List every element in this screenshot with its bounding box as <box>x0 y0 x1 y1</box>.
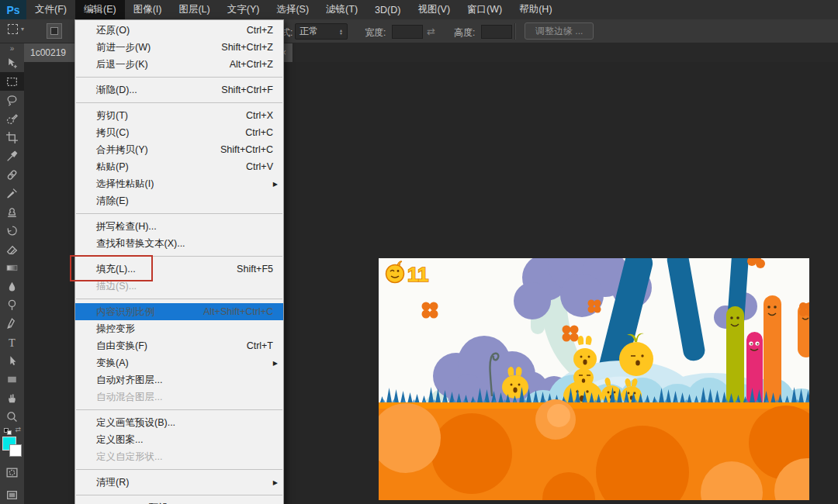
height-label: 高度: <box>454 26 475 40</box>
path-selection-tool-icon <box>5 354 19 368</box>
menu-item-fade[interactable]: 渐隐(D)... Shift+Ctrl+F <box>75 81 283 98</box>
quick-mask-button[interactable] <box>0 464 24 482</box>
swap-colors-icon[interactable]: ⇄ <box>15 426 21 433</box>
selection-mode-select[interactable]: 正常 <box>295 23 348 40</box>
quick-mask-icon <box>5 466 19 479</box>
menu-item-menu-filter[interactable]: 滤镜(T) <box>317 0 366 19</box>
quick-selection-tool[interactable] <box>0 109 24 128</box>
menu-item-transform[interactable]: 变换(A) ▶ <box>75 354 283 371</box>
height-input[interactable] <box>481 25 512 39</box>
menu-item-menu-image[interactable]: 图像(I) <box>125 0 171 19</box>
menu-item-paste-special[interactable]: 选择性粘贴(I) ▶ <box>75 175 283 192</box>
eyedropper-tool-icon <box>5 150 19 163</box>
refine-edge-button[interactable]: 调整边缘 ... <box>525 22 594 40</box>
menu-separator <box>76 469 282 470</box>
menu-item-auto-align-layers[interactable]: 自动对齐图层... <box>75 371 283 388</box>
menu-item-define-brush-preset[interactable]: 定义画笔预设(B)... <box>75 414 283 431</box>
history-brush-tool[interactable] <box>0 221 24 240</box>
menu-item-menu-type[interactable]: 文字(Y) <box>219 0 268 19</box>
menu-separator <box>76 495 282 495</box>
menu-item-paste[interactable]: 粘贴(P) Ctrl+V <box>75 158 283 175</box>
selection-mode-value: 正常 <box>300 25 318 38</box>
collapse-panel-icon[interactable]: » <box>10 43 15 54</box>
menubar-items: 文件(F)编辑(E)图像(I)图层(L)文字(Y)选择(S)滤镜(T)3D(D)… <box>26 0 561 19</box>
eyedropper-tool[interactable] <box>0 147 24 165</box>
history-brush-tool-icon <box>5 224 19 237</box>
menu-item-menu-help[interactable]: 帮助(H) <box>511 0 560 19</box>
default-colors-control[interactable]: ⇄ <box>0 426 24 436</box>
menu-item-cut[interactable]: 剪切(T) Ctrl+X <box>75 107 283 124</box>
color-swatches <box>2 437 23 459</box>
menu-item-free-transform[interactable]: 自由变换(F) Ctrl+T <box>75 337 283 354</box>
dodge-tool-icon <box>5 299 19 312</box>
menu-item-menu-3d[interactable]: 3D(D) <box>366 0 409 19</box>
brush-tool-icon <box>5 187 19 200</box>
menu-item-menu-view[interactable]: 视图(V) <box>409 0 459 19</box>
menu-item-copy[interactable]: 拷贝(C) Ctrl+C <box>75 124 283 141</box>
shape-tool[interactable] <box>0 370 24 388</box>
menu-item-check-spelling[interactable]: 拼写检查(H)... <box>75 218 283 235</box>
photoshop-window: Ps 文件(F)编辑(E)图像(I)图层(L)文字(Y)选择(S)滤镜(T)3D… <box>0 0 838 504</box>
fill-highlight-annotation <box>70 255 153 281</box>
menu-separator <box>76 77 282 78</box>
menu-item-menu-edit[interactable]: 编辑(E) <box>75 0 125 19</box>
menu-item-clear[interactable]: 清除(E) <box>75 192 283 209</box>
brush-tool[interactable] <box>0 184 24 202</box>
menu-item-auto-blend-layers[interactable]: 自动混合图层... <box>75 388 283 406</box>
menu-item-undo[interactable]: 还原(O) Ctrl+Z <box>75 22 283 39</box>
menu-item-menu-file[interactable]: 文件(F) <box>26 0 75 19</box>
hand-tool-icon <box>5 392 19 405</box>
new-selection-button[interactable] <box>47 23 62 39</box>
menu-item-menu-window[interactable]: 窗口(W) <box>459 0 511 19</box>
gradient-tool[interactable] <box>0 258 24 277</box>
menu-item-step-backward[interactable]: 后退一步(K) Alt+Ctrl+Z <box>75 56 283 73</box>
dodge-tool[interactable] <box>0 295 24 314</box>
swap-dimensions-icon[interactable]: ⇄ <box>427 26 435 37</box>
lasso-tool-icon <box>5 94 19 107</box>
spot-healing-brush-tool[interactable] <box>0 165 24 184</box>
pen-tool[interactable] <box>0 314 24 333</box>
tool-list: T <box>0 54 24 426</box>
blur-tool[interactable] <box>0 277 24 295</box>
move-tool[interactable] <box>0 54 24 72</box>
zoom-tool[interactable] <box>0 407 24 426</box>
path-selection-tool[interactable] <box>0 351 24 370</box>
menu-item-menu-select[interactable]: 选择(S) <box>268 0 317 19</box>
menu-item-puppet-warp[interactable]: 操控变形 <box>75 320 283 337</box>
menu-item-adobe-pdf-presets[interactable]: Adobe PDF 预设... <box>75 499 283 504</box>
screen-mode-button[interactable] <box>0 486 24 504</box>
width-input[interactable] <box>392 25 423 39</box>
rectangular-marquee-tool[interactable] <box>0 72 24 91</box>
eraser-tool-icon <box>5 243 19 256</box>
svg-text:T: T <box>9 337 16 349</box>
menu-item-step-forward[interactable]: 前进一步(W) Shift+Ctrl+Z <box>75 39 283 56</box>
orange-ground <box>379 399 809 500</box>
menu-item-content-aware-scale[interactable]: 内容识别比例 Alt+Shift+Ctrl+C <box>75 303 283 320</box>
document-canvas[interactable]: 11 <box>379 258 809 500</box>
clone-stamp-tool-icon <box>5 205 19 219</box>
screen-mode-icon <box>5 488 19 502</box>
locoroco-artwork: 11 <box>379 258 809 500</box>
menu-item-define-custom-shape[interactable]: 定义自定形状... <box>75 448 283 465</box>
menu-item-purge[interactable]: 清理(R) ▶ <box>75 474 283 491</box>
eraser-tool[interactable] <box>0 240 24 258</box>
type-tool[interactable]: T <box>0 333 24 351</box>
menu-item-menu-layer[interactable]: 图层(L) <box>170 0 218 19</box>
pen-tool-icon <box>5 317 19 330</box>
blur-tool-icon <box>5 280 19 293</box>
gradient-tool-icon <box>5 261 19 274</box>
clone-stamp-tool[interactable] <box>0 202 24 221</box>
options-separator <box>514 23 516 40</box>
menu-item-find-replace-text[interactable]: 查找和替换文本(X)... <box>75 235 283 252</box>
crop-tool[interactable] <box>0 128 24 147</box>
hand-tool[interactable] <box>0 388 24 407</box>
menu-item-copy-merged[interactable]: 合并拷贝(Y) Shift+Ctrl+C <box>75 141 283 158</box>
width-label: 宽度: <box>365 26 386 40</box>
document-tab-title: 1c00219 <box>30 47 66 58</box>
background-color-swatch[interactable] <box>9 444 22 457</box>
menu-separator <box>76 213 282 214</box>
tool-preset-picker[interactable]: ▾ <box>8 24 24 34</box>
menu-item-define-pattern[interactable]: 定义图案... <box>75 431 283 448</box>
menu-separator <box>76 299 282 299</box>
lasso-tool[interactable] <box>0 91 24 109</box>
